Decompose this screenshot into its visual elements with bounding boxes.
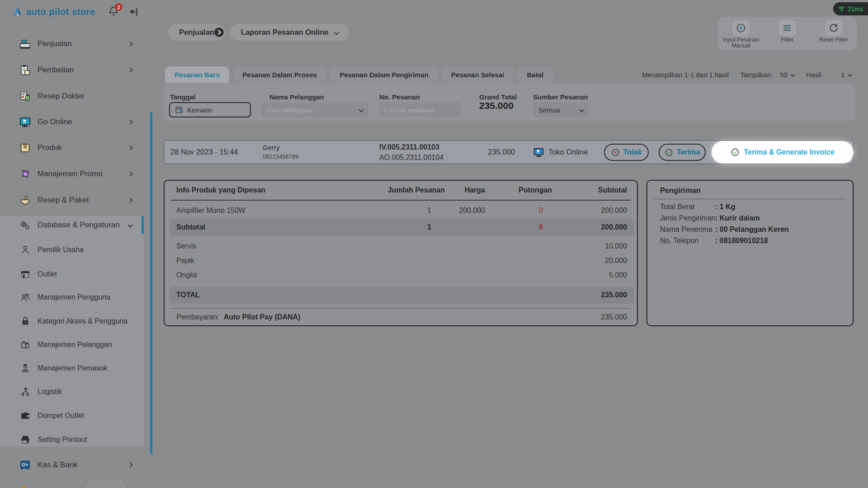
- supplier-icon: [20, 363, 31, 374]
- page-size-select[interactable]: 50: [780, 71, 794, 79]
- tab-pesanan-selesai[interactable]: Pesanan Selesai: [442, 66, 514, 83]
- product-name: Amplifier Mono 150W: [176, 206, 245, 215]
- source-filter-value: Semua: [538, 106, 576, 114]
- shipping-row-value: : 00 Pelanggan Keren: [715, 225, 789, 234]
- sidebar: auto pilot store 2 Penjualan Pembelian R…: [0, 0, 144, 488]
- sidebar-item-resep-paket[interactable]: Resep & Paket: [0, 188, 144, 212]
- shipping-divider: [654, 199, 846, 199]
- customer-filter-select[interactable]: Cari pelanggan: [261, 102, 368, 117]
- sidebar-item-produk[interactable]: Produk: [0, 136, 144, 160]
- order-row[interactable]: 28 Nov 2023 - 15:44 Gerry 08123456789 IV…: [164, 140, 854, 164]
- chevron-right-icon: [127, 41, 132, 46]
- order-amount: 235.000: [462, 148, 515, 156]
- date-filter-value: Kemarin: [187, 106, 212, 114]
- sidebar-item-pembelian[interactable]: Pembelian: [0, 58, 144, 82]
- product-qty: 1: [395, 206, 431, 215]
- date-filter-input[interactable]: Kemarin: [169, 102, 251, 117]
- x-circle-icon: [611, 148, 620, 157]
- breadcrumb-arrow-icon: [213, 27, 225, 38]
- sidebar-subitem-setting-printout[interactable]: Setting Printout: [0, 432, 144, 448]
- sidebar-subitem-label: Dompet Outlet: [38, 412, 84, 420]
- sidebar-item-database-pengaturan[interactable]: Database & Pengaturan: [0, 216, 144, 234]
- order-no-filter-input[interactable]: Cari no pesanan: [379, 102, 461, 117]
- product-subtotal: 200.000: [582, 206, 627, 215]
- shipping-row-value: : 081809010218: [715, 237, 768, 245]
- tab-label: Pesanan Selesai: [451, 71, 505, 79]
- fee-amount: 5.000: [582, 271, 627, 279]
- sidebar-subitem-dompet-outlet[interactable]: Dompet Outlet: [0, 408, 144, 424]
- chevron-down-icon: [127, 222, 132, 227]
- tab-label: Batal: [527, 71, 543, 79]
- sidebar-subitem-kategori-akses[interactable]: Kategori Akses & Pengguna: [0, 313, 144, 329]
- shipping-row-value: : Kurir dalam: [715, 214, 760, 222]
- customer-name: Gerry: [263, 144, 280, 151]
- customer-filter-placeholder: Cari pelanggan: [267, 106, 356, 114]
- sidebar-item-resep-dokter[interactable]: Resep Dokter: [0, 84, 144, 108]
- page-select[interactable]: 1: [841, 71, 851, 79]
- sidebar-subitem-manajemen-pengguna[interactable]: Manajemen Pengguna: [0, 289, 144, 305]
- chevron-down-icon: [334, 30, 339, 35]
- source-filter-select[interactable]: Semua: [533, 102, 589, 117]
- notifications-bell-button[interactable]: 2: [108, 5, 120, 18]
- sidebar-subitem-label: Outlet: [38, 270, 57, 278]
- subtotal-qty: 1: [395, 223, 431, 231]
- sidebar-item-label: Produk: [38, 143, 62, 152]
- sidebar-subitem-logistik[interactable]: Logistik: [0, 384, 144, 400]
- shipping-row-label: Nama Penerima: [660, 225, 712, 234]
- tab-pesanan-dalam-proses[interactable]: Pesanan Dalam Proses: [233, 66, 326, 83]
- total-label: TOTAL: [176, 291, 200, 299]
- filter-button[interactable]: Filter: [765, 20, 809, 43]
- sidebar-item-label: Penjualan: [38, 39, 72, 48]
- results-count: Menampilkan 1-1 dari 1 hasil: [642, 71, 729, 79]
- fee-amount: 10.000: [582, 242, 627, 250]
- tab-label: Pesanan Dalam Proses: [242, 71, 317, 79]
- payment-amount: 235.000: [582, 313, 627, 321]
- sidebar-subitem-manajemen-pemasok[interactable]: Manajemen Pemasok: [0, 360, 144, 376]
- printer-icon: [20, 434, 31, 445]
- breadcrumb-parent-label: Penjualan: [179, 28, 214, 37]
- sidebar-subitem-manajemen-pelanggan[interactable]: Manajemen Pelanggan: [0, 337, 144, 353]
- sidebar-subitem-label: Pemilik Usaha: [38, 246, 84, 254]
- tab-pesanan-dalam-pengiriman[interactable]: Pesanan Dalam Pengiriman: [330, 66, 438, 83]
- sumber-pesanan-label: Sumber Pesanan: [533, 93, 588, 101]
- sidebar-item-go-online[interactable]: Go Online: [0, 110, 144, 134]
- sidebar-item-penjualan[interactable]: Penjualan: [0, 32, 144, 56]
- tanggal-label: Tanggal: [170, 93, 195, 101]
- sidebar-item-label: Kas & Bank: [38, 460, 78, 469]
- reset-filter-button[interactable]: Reset Filter: [812, 20, 855, 43]
- storefront-icon: [20, 269, 31, 280]
- col-header-product: Info Produk yang Dipesan: [176, 186, 265, 194]
- check-circle-icon: [731, 148, 740, 157]
- collapse-sidebar-button[interactable]: [128, 6, 139, 17]
- chevron-down-icon: [359, 107, 363, 112]
- tab-batal[interactable]: Batal: [517, 66, 553, 83]
- breadcrumb-current[interactable]: Laporan Pesanan Online: [230, 24, 349, 41]
- notification-badge: 2: [115, 3, 123, 11]
- sidebar-subitem-label: Kategori Akses & Pengguna: [38, 317, 127, 325]
- payment-divider: [171, 308, 631, 309]
- terima-button[interactable]: Terima: [659, 144, 706, 161]
- subtotal-discount: 0: [507, 223, 543, 231]
- tab-pesanan-baru[interactable]: Pesanan Baru: [165, 66, 229, 83]
- tolak-button[interactable]: Tolak: [604, 144, 649, 161]
- latency-value: 21ms: [848, 5, 863, 13]
- sidebar-item-manajemen-promo[interactable]: % Manajemen Promo: [0, 162, 144, 186]
- payment-label: Pembayaran:: [176, 313, 219, 321]
- results-bar: Menampilkan 1-1 dari 1 hasil Tampilkan 5…: [642, 66, 852, 83]
- tab-label: Pesanan Baru: [175, 71, 220, 79]
- sidebar-scrollbar[interactable]: [150, 112, 152, 454]
- chevron-right-icon: [127, 145, 132, 150]
- mortar-icon: [19, 194, 31, 206]
- nama-pelanggan-label: Nama Pelanggan: [269, 93, 324, 101]
- subtotal-amount: 200.000: [582, 223, 627, 231]
- sidebar-subitem-outlet[interactable]: Outlet: [0, 266, 144, 282]
- sidebar-item-label: Resep & Paket: [38, 196, 89, 205]
- page-size-value: 50: [780, 71, 788, 79]
- input-pesanan-manual-button[interactable]: Input Pesanan Manual: [719, 20, 763, 49]
- terima-generate-invoice-button[interactable]: Terima & Generate Invoice: [713, 143, 852, 162]
- brand-row: auto pilot store 2: [0, 4, 144, 21]
- collapse-arrow-icon: [128, 6, 139, 17]
- tampilkan-label: Tampilkan: [741, 71, 771, 79]
- sidebar-item-kas-bank[interactable]: Kas & Bank: [0, 453, 144, 477]
- sidebar-subitem-pemilik-usaha[interactable]: Pemilik Usaha: [0, 242, 144, 258]
